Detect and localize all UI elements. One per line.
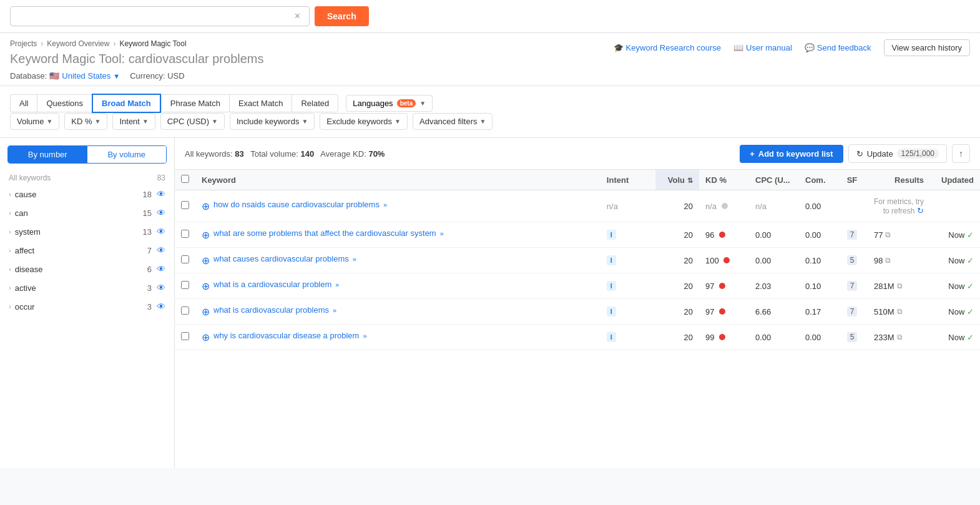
refresh-icon: ↻: [856, 149, 863, 159]
keyword-link[interactable]: what is cardiovascular problems »: [213, 305, 336, 315]
exclude-keywords-filter-button[interactable]: Exclude keywords ▼: [320, 113, 408, 130]
tab-exact-match[interactable]: Exact Match: [229, 94, 292, 112]
tab-all[interactable]: All: [10, 94, 37, 112]
list-item[interactable]: › disease 6 👁: [0, 260, 174, 278]
list-item[interactable]: › affect 7 👁: [0, 241, 174, 260]
eye-icon[interactable]: 👁: [157, 302, 165, 311]
keyword-cell: ⊕ what are some problems that affect the…: [195, 222, 600, 248]
keyword-navigate-icon: »: [363, 332, 366, 340]
sf-value: 7: [847, 306, 858, 316]
select-all-checkbox[interactable]: [181, 175, 189, 183]
user-manual-link[interactable]: 📖 User manual: [733, 43, 792, 52]
volume-filter-button[interactable]: Volume ▼: [10, 113, 59, 130]
add-keyword-icon[interactable]: ⊕: [202, 229, 210, 241]
add-to-keyword-list-button[interactable]: + Add to keyword list: [740, 145, 843, 163]
db-value-link[interactable]: United States: [62, 71, 110, 81]
intent-cell: I: [600, 248, 655, 273]
keyword-cell: ⊕ why is cardiovascular disease a proble…: [195, 325, 600, 350]
add-keyword-icon[interactable]: ⊕: [202, 255, 210, 267]
keyword-link[interactable]: what causes cardiovascular problems »: [213, 254, 356, 263]
list-item[interactable]: › occur 3 👁: [0, 297, 174, 316]
volume-chevron-icon: ▼: [46, 118, 52, 125]
header-area: Projects › Keyword Overview › Keyword Ma…: [0, 33, 980, 86]
keyword-link[interactable]: how do nsaids cause cardiovascular probl…: [213, 200, 387, 209]
check-icon: ✓: [967, 230, 974, 240]
row-checkbox[interactable]: [181, 201, 189, 209]
row-checkbox[interactable]: [181, 230, 189, 238]
updated-cell: [930, 190, 980, 222]
search-input[interactable]: cardiovascular problems: [17, 11, 292, 21]
row-checkbox[interactable]: [181, 281, 189, 289]
tab-phrase-match[interactable]: Phrase Match: [161, 94, 229, 112]
cpc-chevron-icon: ▼: [212, 118, 218, 125]
add-keyword-icon[interactable]: ⊕: [202, 306, 210, 318]
add-keyword-label: Add to keyword list: [758, 149, 833, 159]
volume-column-header[interactable]: Volu⇅: [655, 170, 699, 190]
eye-icon[interactable]: 👁: [157, 264, 165, 274]
results-value: 233M: [874, 333, 894, 342]
results-copy-icon: ⧉: [885, 256, 891, 265]
row-checkbox[interactable]: [181, 255, 189, 263]
tab-broad-match[interactable]: Broad Match: [92, 94, 161, 113]
cpc-cell: 0.00: [749, 325, 799, 350]
kd-filter-button[interactable]: KD % ▼: [64, 113, 107, 130]
refresh-metrics-icon[interactable]: ↻: [917, 206, 924, 215]
exclude-chevron-icon: ▼: [394, 118, 401, 125]
graduation-cap-icon: 🎓: [614, 43, 624, 52]
update-counter: 125/1,000: [897, 149, 939, 159]
keyword-research-course-link[interactable]: 🎓 Keyword Research course: [614, 43, 721, 52]
list-item[interactable]: › cause 18 👁: [0, 185, 174, 203]
eye-icon[interactable]: 👁: [157, 227, 165, 237]
advanced-filters-button[interactable]: Advanced filters ▼: [413, 113, 492, 130]
volume-cell: 20: [655, 190, 699, 222]
kd-cell: 99: [699, 325, 749, 350]
com-cell: 0.00: [799, 190, 836, 222]
cpc-filter-button[interactable]: CPC (USD) ▼: [160, 113, 225, 130]
eye-icon[interactable]: 👁: [157, 245, 165, 255]
view-search-history-button[interactable]: View search history: [884, 39, 970, 56]
add-keyword-icon[interactable]: ⊕: [202, 331, 210, 343]
results-copy-icon: ⧉: [897, 333, 903, 341]
check-icon: ✓: [967, 256, 974, 265]
keyword-link[interactable]: what is a cardiovascular problem »: [213, 280, 339, 289]
add-keyword-icon[interactable]: ⊕: [202, 200, 210, 212]
update-button[interactable]: ↻ Update 125/1,000: [848, 144, 947, 163]
list-item[interactable]: › system 13 👁: [0, 222, 174, 241]
sidebar-tab-by-volume[interactable]: By volume: [87, 146, 167, 163]
search-clear-button[interactable]: ×: [292, 11, 303, 22]
languages-button[interactable]: Languages beta ▼: [346, 95, 433, 112]
list-item[interactable]: › can 15 👁: [0, 203, 174, 222]
keyword-cell: ⊕ what causes cardiovascular problems »: [195, 248, 600, 273]
book-icon: 📖: [733, 43, 743, 52]
send-feedback-link[interactable]: 💬 Send feedback: [805, 43, 871, 52]
row-checkbox[interactable]: [181, 332, 189, 340]
intent-filter-button[interactable]: Intent ▼: [112, 113, 155, 130]
eye-icon[interactable]: 👁: [157, 283, 165, 293]
tab-questions[interactable]: Questions: [37, 94, 92, 112]
check-icon: ✓: [967, 307, 974, 316]
search-button[interactable]: Search: [315, 6, 369, 26]
list-item[interactable]: › active 3 👁: [0, 278, 174, 297]
sidebar-tab-by-number[interactable]: By number: [8, 146, 87, 163]
keyword-link[interactable]: what are some problems that affect the c…: [213, 228, 444, 238]
kd-column-header: KD %: [699, 170, 749, 190]
kd-filter-label: KD %: [71, 117, 92, 126]
updated-cell: Now ✓: [930, 273, 980, 299]
eye-icon[interactable]: 👁: [157, 208, 165, 218]
breadcrumb-projects[interactable]: Projects: [10, 39, 37, 48]
tab-related[interactable]: Related: [292, 94, 338, 112]
exclude-keywords-label: Exclude keywords: [326, 117, 392, 126]
add-keyword-icon[interactable]: ⊕: [202, 280, 210, 292]
keyword-navigate-icon: »: [353, 255, 356, 263]
com-cell: 0.00: [799, 325, 836, 350]
eye-icon[interactable]: 👁: [157, 189, 165, 199]
breadcrumb-keyword-overview[interactable]: Keyword Overview: [47, 39, 109, 48]
keyword-link[interactable]: why is cardiovascular disease a problem …: [213, 331, 367, 340]
export-button[interactable]: ↑: [952, 144, 970, 163]
row-checkbox[interactable]: [181, 306, 189, 315]
updated-value: Now: [948, 333, 964, 342]
com-cell: 0.17: [799, 299, 836, 325]
search-bar-area: cardiovascular problems × Search: [0, 0, 980, 33]
check-icon: ✓: [967, 282, 974, 291]
include-keywords-filter-button[interactable]: Include keywords ▼: [230, 113, 315, 130]
